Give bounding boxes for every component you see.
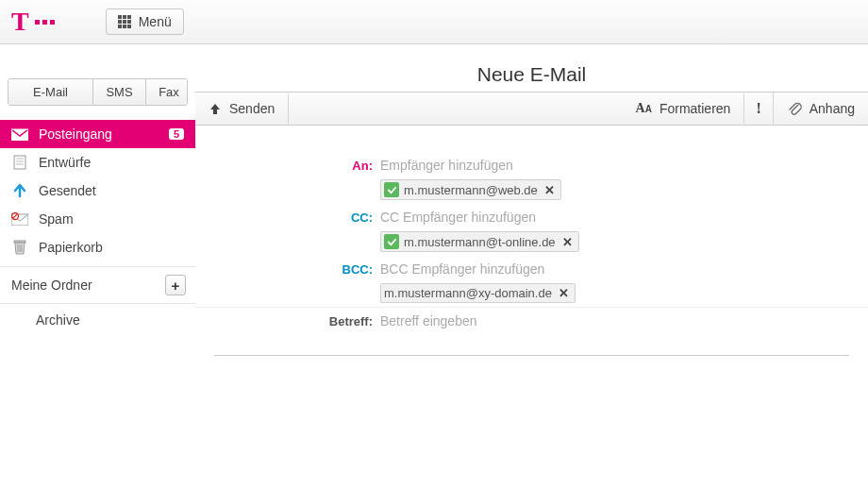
folder-label: Gesendet <box>39 183 184 198</box>
subject-placeholder: Betreff eingeben <box>380 311 868 330</box>
content-area: Neue E-Mail Senden AA Formatieren ! Anha <box>195 44 868 356</box>
exclamation-icon: ! <box>756 100 760 117</box>
subject-field[interactable]: Betreff eingeben <box>380 311 868 334</box>
folder-inbox[interactable]: Posteingang 5 <box>0 120 195 148</box>
bcc-placeholder: BCC Empfänger hinzufügen <box>380 260 868 278</box>
sidebar: E-Mail SMS Fax Posteingang 5 Entwürfe Ge… <box>0 44 195 356</box>
remove-chip-icon[interactable]: ✕ <box>560 235 575 249</box>
top-bar: T Menü <box>0 0 868 44</box>
page-title: Neue E-Mail <box>195 63 868 92</box>
chip-email: m.mustermann@web.de <box>404 183 538 197</box>
inbox-badge: 5 <box>169 128 184 140</box>
cc-recipient-chip: m.mustermann@t-online.de ✕ <box>380 231 579 252</box>
telekom-logo: T <box>11 7 55 37</box>
attach-label: Anhang <box>810 101 855 116</box>
folder-label: Spam <box>39 211 184 227</box>
to-recipient-chip: m.mustermann@web.de ✕ <box>380 179 561 200</box>
remove-chip-icon[interactable]: ✕ <box>557 286 571 300</box>
subject-label: Betreff: <box>195 311 380 328</box>
grid-icon <box>118 15 131 28</box>
to-row: An: Empfänger hinzufügen m.mustermann@we… <box>195 152 868 204</box>
bcc-row: BCC: BCC Empfänger hinzufügen m.musterma… <box>195 256 868 308</box>
drafts-icon <box>11 155 28 170</box>
menu-label: Menü <box>139 14 172 29</box>
add-folder-button[interactable]: + <box>165 275 186 295</box>
section-label: Meine Ordner <box>11 278 92 293</box>
spam-icon <box>11 211 28 227</box>
folder-spam[interactable]: Spam <box>0 205 195 233</box>
to-label: An: <box>195 156 380 173</box>
tab-fax[interactable]: Fax <box>146 79 188 105</box>
my-folders-header: Meine Ordner + <box>0 266 195 304</box>
folder-drafts[interactable]: Entwürfe <box>0 148 195 177</box>
folder-archive[interactable]: Archive <box>0 304 195 336</box>
folder-label: Papierkorb <box>39 240 184 255</box>
chip-email: m.mustermann@t-online.de <box>404 235 556 249</box>
folder-trash[interactable]: Papierkorb <box>0 233 195 261</box>
svg-rect-2 <box>14 156 25 169</box>
to-placeholder: Empfänger hinzufügen <box>380 156 868 175</box>
upload-icon <box>209 102 222 115</box>
bcc-field[interactable]: BCC Empfänger hinzufügen m.mustermann@xy… <box>380 260 868 303</box>
cc-placeholder: CC Empfänger hinzufügen <box>380 208 868 227</box>
message-type-tabs: E-Mail SMS Fax <box>8 78 188 106</box>
verified-icon <box>384 182 399 197</box>
send-label: Senden <box>229 101 275 116</box>
svg-rect-10 <box>14 241 25 243</box>
remove-chip-icon[interactable]: ✕ <box>542 183 557 197</box>
inbox-icon <box>11 126 28 142</box>
verified-icon <box>384 234 399 249</box>
attach-button[interactable]: Anhang <box>774 93 868 124</box>
compose-form: An: Empfänger hinzufügen m.mustermann@we… <box>195 126 868 338</box>
sent-icon <box>11 183 28 198</box>
tab-email[interactable]: E-Mail <box>8 79 93 105</box>
folder-sent[interactable]: Gesendet <box>0 177 195 205</box>
send-button[interactable]: Senden <box>195 93 289 124</box>
cc-label: CC: <box>195 208 380 225</box>
format-icon: AA <box>636 101 652 116</box>
priority-button[interactable]: ! <box>744 93 773 125</box>
menu-button[interactable]: Menü <box>106 8 184 35</box>
format-button[interactable]: AA Formatieren <box>623 93 745 124</box>
logo-dots <box>35 20 55 25</box>
folder-label: Entwürfe <box>39 155 184 170</box>
cc-field[interactable]: CC Empfänger hinzufügen m.mustermann@t-o… <box>380 208 868 252</box>
logo-t: T <box>11 7 27 37</box>
folder-label: Posteingang <box>39 126 159 142</box>
format-label: Formatieren <box>659 101 730 116</box>
to-field[interactable]: Empfänger hinzufügen m.mustermann@web.de… <box>380 156 868 200</box>
compose-toolbar: Senden AA Formatieren ! Anhang <box>195 92 868 126</box>
paperclip-icon <box>787 101 802 116</box>
chip-email: m.mustermann@xy-domain.de <box>384 286 552 300</box>
cc-row: CC: CC Empfänger hinzufügen m.mustermann… <box>195 204 868 256</box>
trash-icon <box>11 240 28 255</box>
separator <box>214 355 849 356</box>
bcc-recipient-chip: m.mustermann@xy-domain.de ✕ <box>380 283 576 303</box>
tab-sms[interactable]: SMS <box>93 79 146 105</box>
bcc-label: BCC: <box>195 260 380 277</box>
subject-row: Betreff: Betreff eingeben <box>195 308 868 338</box>
